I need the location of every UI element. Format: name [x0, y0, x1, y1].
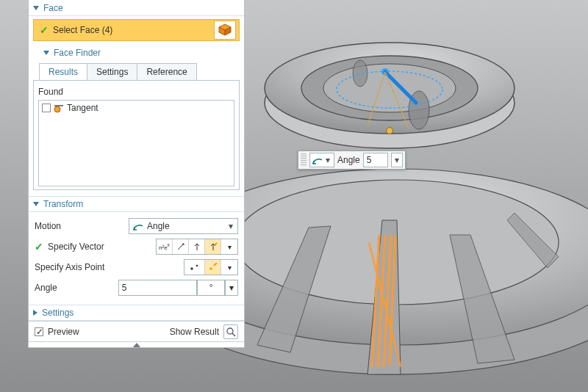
preview-label: Preview [48, 327, 79, 337]
float-angle-dropdown[interactable]: ▾ [391, 153, 403, 167]
panel-resize-handle[interactable] [29, 341, 244, 347]
float-angle-input[interactable]: 5 [363, 153, 388, 167]
specify-vector-label: Specify Vector [48, 242, 130, 252]
section-title: Face Finder [54, 48, 101, 58]
svg-point-9 [353, 60, 368, 87]
section-header-settings[interactable]: Settings [29, 305, 244, 321]
angle-label: Angle [35, 283, 118, 293]
check-icon: ✓ [35, 241, 43, 253]
preview-checkbox[interactable]: ✓ [35, 327, 43, 336]
motion-label: Motion [35, 221, 129, 231]
chevron-up-icon [133, 343, 140, 347]
caret-down-icon [33, 6, 39, 10]
selection-type-button[interactable] [214, 21, 236, 40]
section-title: Settings [42, 308, 74, 318]
svg-point-22 [196, 265, 198, 267]
list-item[interactable]: Tangent [39, 101, 234, 115]
angle-icon [312, 155, 323, 165]
svg-point-15 [387, 128, 393, 134]
show-result-button[interactable] [223, 324, 238, 339]
float-angle-label: Angle [337, 155, 360, 165]
found-label: Found [38, 87, 234, 97]
section-header-transform[interactable]: Transform [29, 196, 244, 212]
vector-diag-button[interactable] [173, 239, 189, 254]
section-header-face[interactable]: Face [29, 0, 244, 16]
list-item-label: Tangent [67, 103, 98, 113]
vector-expr-button[interactable]: n²ex [157, 239, 173, 254]
svg-point-21 [190, 267, 193, 269]
select-face-row[interactable]: ✓ Select Face (4) [33, 19, 240, 41]
tab-settings[interactable]: Settings [87, 63, 137, 80]
face-finder-tabs: Results Settings Reference [39, 63, 240, 80]
transform-body: Motion Angle ▾ ✓ Specify Vector n²ex ▾ S… [29, 212, 244, 305]
angle-icon [132, 221, 144, 231]
svg-point-23 [209, 267, 212, 270]
caret-down-icon [43, 51, 49, 55]
tangent-icon [54, 103, 64, 113]
axis-point-button[interactable] [184, 260, 205, 275]
magnifier-icon [226, 327, 236, 337]
floating-angle-toolbar[interactable]: ▾ Angle 5 ▾ [298, 150, 406, 170]
specify-axis-label: Specify Axis Point [35, 262, 129, 272]
face-finder-group: Face Finder Results Settings Reference F… [33, 44, 240, 190]
axis-point-strip: ▾ [184, 259, 238, 275]
axis-auto-button[interactable] [205, 260, 221, 275]
svg-point-16 [54, 106, 60, 112]
show-result-label: Show Result [170, 327, 219, 337]
tab-body-results: Found Tangent [33, 80, 240, 190]
float-motion-dropdown[interactable]: ▾ [309, 153, 334, 167]
found-list[interactable]: Tangent [38, 100, 234, 186]
command-panel: Face ✓ Select Face (4) Face Finder Resul… [28, 0, 245, 348]
section-title: Face [43, 3, 63, 13]
section-title: Transform [43, 199, 83, 209]
vector-method-strip: n²ex ▾ [156, 239, 238, 255]
vector-more-button[interactable]: ▾ [221, 239, 237, 254]
svg-line-18 [178, 244, 184, 250]
select-face-label: Select Face (4) [53, 25, 214, 35]
svg-line-25 [232, 333, 235, 336]
axis-more-button[interactable]: ▾ [221, 260, 237, 275]
drag-grip-icon[interactable] [301, 153, 306, 167]
tab-reference[interactable]: Reference [137, 63, 196, 80]
check-icon: ✓ [40, 24, 49, 36]
vector-up-button[interactable] [189, 239, 205, 254]
svg-point-24 [227, 328, 233, 334]
cube-icon [218, 23, 232, 37]
caret-right-icon [33, 310, 37, 316]
vector-auto-button[interactable] [205, 239, 221, 254]
angle-unit-dropdown[interactable]: ° [197, 280, 225, 296]
checkbox[interactable] [42, 104, 51, 112]
caret-down-icon [33, 202, 39, 206]
angle-input[interactable]: 5 [118, 280, 198, 296]
motion-dropdown[interactable]: Angle ▾ [129, 218, 238, 234]
section-header-face-finder[interactable]: Face Finder [33, 46, 240, 60]
angle-more-button[interactable]: ▾ [225, 280, 238, 296]
tab-results[interactable]: Results [39, 63, 87, 80]
panel-footer: ✓ Preview Show Result [29, 321, 244, 341]
